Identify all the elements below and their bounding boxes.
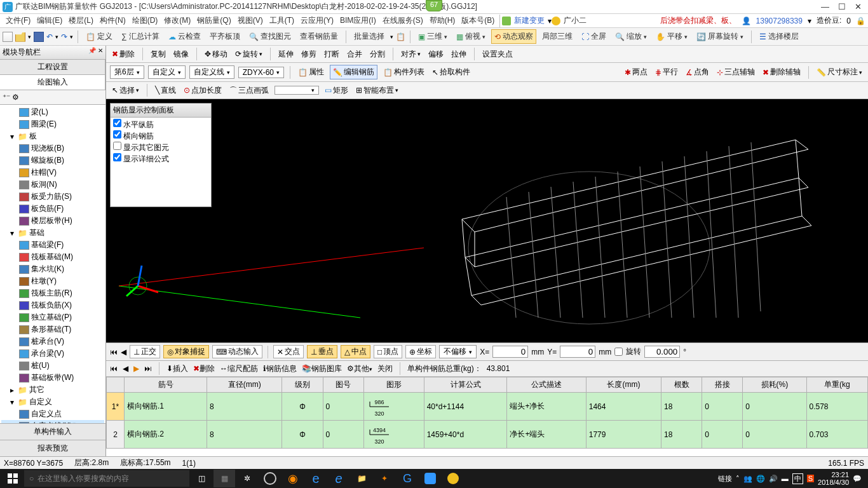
pin-icon[interactable]: 📌 ✕ bbox=[88, 47, 103, 58]
cell-figno[interactable]: 0 bbox=[323, 421, 363, 449]
fullscreen-button[interactable]: ⛶全屏 bbox=[578, 29, 609, 44]
tree-item[interactable]: 自定义点 bbox=[1, 408, 104, 420]
tray-people-icon[interactable]: 👥 bbox=[743, 475, 752, 483]
batch-select-button[interactable]: 批量选择 bbox=[351, 29, 388, 44]
table-row[interactable]: 2横向钢筋.28Φ043943201459+40*d净长+端头177918000… bbox=[107, 421, 868, 449]
tree-filter-icon[interactable]: ⚙ bbox=[12, 93, 19, 102]
table-header[interactable]: 图形 bbox=[363, 377, 424, 393]
component-tree[interactable]: 梁(L)圈梁(E)▾📁板现浇板(B)螺旋板(B)柱帽(V)板洞(N)板受力筋(S… bbox=[0, 105, 105, 423]
cell-name[interactable]: 横向钢筋.1 bbox=[125, 393, 207, 421]
table-header[interactable]: 根数 bbox=[661, 377, 702, 393]
table-header[interactable]: 直径(mm) bbox=[207, 377, 282, 393]
component-list-button[interactable]: 📋构件列表 bbox=[381, 66, 426, 78]
arc-combo[interactable]: ▾ bbox=[275, 86, 319, 95]
taskbar-search[interactable]: ○在这里输入你要搜索的内容 bbox=[24, 470, 189, 487]
taskbar-app-1[interactable]: ▦ bbox=[214, 470, 235, 487]
tree-item[interactable]: 筏板负筋(X) bbox=[1, 299, 104, 311]
cell-figno[interactable]: 0 bbox=[323, 393, 363, 421]
dropdown-icon[interactable]: ▾ bbox=[808, 17, 811, 25]
3d-viewport[interactable]: 钢筋显示控制面板 水平纵筋 横向钢筋 显示其它图元 显示详细公式 bbox=[106, 99, 868, 342]
nav-prev-icon[interactable]: ◀ bbox=[123, 364, 128, 373]
table-header[interactable]: 损耗(%) bbox=[743, 377, 806, 393]
rect-button[interactable]: ▭矩形 bbox=[323, 85, 350, 97]
code-combo[interactable]: ZDYX-60▾ bbox=[238, 67, 284, 78]
cell-count[interactable]: 18 bbox=[661, 421, 702, 449]
find-graph-button[interactable]: 🔍查找图元 bbox=[246, 29, 294, 44]
point-length-button[interactable]: ⊙点加长度 bbox=[182, 85, 224, 97]
tree-item[interactable]: 板受力筋(S) bbox=[1, 191, 104, 203]
task-view-icon[interactable]: ◫ bbox=[191, 470, 212, 487]
display-checkbox[interactable] bbox=[113, 142, 121, 150]
save-icon[interactable] bbox=[34, 32, 44, 42]
table-header[interactable]: 计算公式 bbox=[424, 377, 507, 393]
tree-item[interactable]: ▸📁其它 bbox=[1, 384, 104, 396]
menu-help[interactable]: 帮助(H) bbox=[426, 14, 459, 27]
display-option[interactable]: 显示其它图元 bbox=[113, 142, 208, 153]
tree-item[interactable]: 基础板带(W) bbox=[1, 372, 104, 384]
tray-link[interactable]: 链接 bbox=[718, 474, 732, 484]
ortho-toggle[interactable]: ⊥正交 bbox=[130, 345, 160, 358]
tab-report-preview[interactable]: 报表预览 bbox=[0, 440, 105, 456]
tray-ime-icon[interactable]: S bbox=[807, 475, 814, 482]
taskbar-explorer[interactable]: 📁 bbox=[351, 470, 372, 487]
start-button[interactable] bbox=[3, 470, 23, 487]
rebar-table[interactable]: 筋号直径(mm)级别图号图形计算公式公式描述长度(mm)根数搭接损耗(%)单重(… bbox=[106, 377, 868, 456]
tree-item[interactable]: 筏板主筋(R) bbox=[1, 287, 104, 299]
three-point-axis-button[interactable]: ⊹三点辅轴 bbox=[715, 66, 757, 78]
coord-toggle[interactable]: ⊕坐标 bbox=[405, 345, 436, 358]
lock-icon[interactable]: 🔒 bbox=[856, 17, 865, 25]
delete-button[interactable]: ✖删除 bbox=[110, 48, 137, 60]
y-input[interactable] bbox=[560, 346, 595, 358]
delete-row-button[interactable]: ✖删除 bbox=[193, 363, 215, 374]
move-button[interactable]: ✥移动 bbox=[203, 48, 229, 60]
tray-ime[interactable]: 中 bbox=[792, 473, 803, 484]
redo-icon[interactable]: ↷ bbox=[61, 32, 67, 41]
tab-single-input[interactable]: 单构件输入 bbox=[0, 423, 105, 440]
menu-file[interactable]: 文件(F) bbox=[3, 14, 34, 27]
tree-item[interactable]: ▾📁板 bbox=[1, 130, 104, 142]
table-header[interactable]: 长度(mm) bbox=[586, 377, 661, 393]
taskbar-app-9[interactable]: G bbox=[397, 470, 418, 487]
dropdown-icon[interactable]: ▾ bbox=[28, 34, 31, 40]
tree-item[interactable]: 楼层板带(H) bbox=[1, 215, 104, 227]
menu-view[interactable]: 视图(V) bbox=[234, 14, 266, 27]
tree-item[interactable]: 基础梁(F) bbox=[1, 239, 104, 251]
break-button[interactable]: 打断 bbox=[322, 48, 341, 60]
cell-len[interactable]: 1779 bbox=[586, 421, 661, 449]
tree-item[interactable]: 条形基础(T) bbox=[1, 323, 104, 336]
line-button[interactable]: ╲直线 bbox=[153, 85, 178, 97]
tree-item[interactable]: 集水坑(K) bbox=[1, 263, 104, 275]
taskbar-app-11[interactable] bbox=[442, 470, 464, 487]
insert-row-button[interactable]: ⬇插入 bbox=[166, 363, 188, 374]
tree-item[interactable]: 螺旋板(B) bbox=[1, 154, 104, 166]
cell-desc[interactable]: 端头+净长 bbox=[507, 393, 586, 421]
rebar-display-panel[interactable]: 钢筋显示控制面板 水平纵筋 横向钢筋 显示其它图元 显示详细公式 bbox=[110, 103, 212, 207]
tray-clock[interactable]: 23:21 2018/4/30 bbox=[818, 471, 849, 486]
tree-item[interactable]: 承台梁(V) bbox=[1, 348, 104, 360]
table-header[interactable]: 筋号 bbox=[125, 377, 207, 393]
osnap-toggle[interactable]: ◎对象捕捉 bbox=[163, 345, 209, 358]
menu-modify[interactable]: 修改(M) bbox=[161, 14, 194, 27]
flat-roof-button[interactable]: 平齐板顶 bbox=[207, 29, 243, 44]
close-button[interactable]: ✕ bbox=[855, 2, 862, 11]
screen-rotate-button[interactable]: 🔄屏幕旋转▾ bbox=[693, 29, 747, 44]
extend-button[interactable]: 延伸 bbox=[276, 48, 295, 60]
cell-count[interactable]: 18 bbox=[661, 393, 702, 421]
point-angle-button[interactable]: ∡点角 bbox=[684, 66, 711, 78]
perp-toggle[interactable]: ⊥垂点 bbox=[307, 345, 337, 358]
tree-item[interactable]: ▾📁自定义 bbox=[1, 396, 104, 408]
cell-loss[interactable]: 0 bbox=[743, 393, 806, 421]
display-checkbox[interactable] bbox=[113, 130, 121, 139]
menu-component[interactable]: 构件(N) bbox=[97, 14, 129, 27]
tab-project-settings[interactable]: 工程设置 bbox=[0, 60, 105, 74]
display-option[interactable]: 横向钢筋 bbox=[113, 130, 208, 142]
new-change-button[interactable]: 新建变更 bbox=[511, 14, 548, 27]
dropdown-icon[interactable]: ▾ bbox=[390, 34, 393, 40]
nav-next-icon[interactable]: ▶ bbox=[133, 364, 139, 373]
floor-combo[interactable]: 第6层▾ bbox=[110, 65, 144, 79]
view-rebar-button[interactable]: 查看钢筋量 bbox=[297, 29, 341, 44]
tree-item[interactable]: 桩(U) bbox=[1, 360, 104, 372]
rotate-checkbox[interactable] bbox=[614, 348, 623, 356]
select-floor-button[interactable]: ☰选择楼层 bbox=[756, 29, 802, 44]
cell-loss[interactable]: 0 bbox=[743, 421, 806, 449]
